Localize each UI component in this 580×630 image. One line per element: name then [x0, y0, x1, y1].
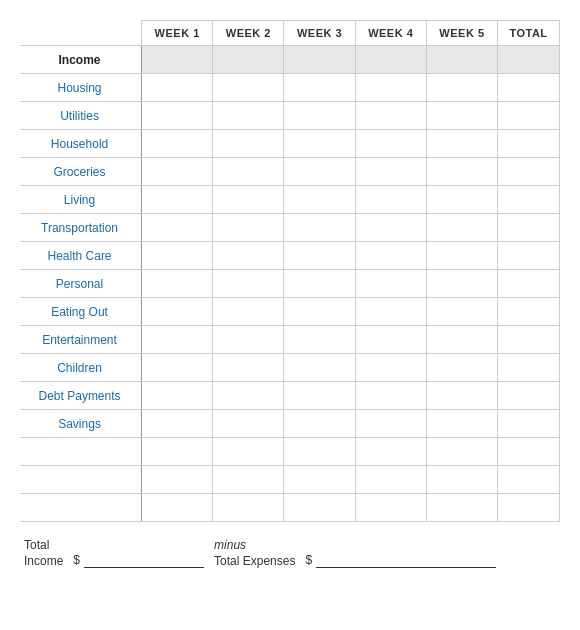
data-cell[interactable]: [142, 74, 213, 102]
data-cell[interactable]: [213, 298, 284, 326]
data-cell[interactable]: [284, 354, 355, 382]
data-cell[interactable]: [355, 438, 426, 466]
data-cell[interactable]: [213, 410, 284, 438]
data-cell[interactable]: [498, 410, 560, 438]
data-cell[interactable]: [355, 214, 426, 242]
data-cell[interactable]: [498, 382, 560, 410]
data-cell[interactable]: [284, 270, 355, 298]
data-cell[interactable]: [284, 438, 355, 466]
data-cell[interactable]: [426, 158, 497, 186]
data-cell[interactable]: [498, 158, 560, 186]
data-cell[interactable]: [426, 438, 497, 466]
data-cell[interactable]: [355, 130, 426, 158]
data-cell[interactable]: [213, 130, 284, 158]
data-cell[interactable]: [142, 494, 213, 522]
data-cell[interactable]: [498, 270, 560, 298]
data-cell[interactable]: [355, 102, 426, 130]
data-cell[interactable]: [498, 438, 560, 466]
data-cell[interactable]: [355, 186, 426, 214]
data-cell[interactable]: [142, 298, 213, 326]
data-cell[interactable]: [142, 438, 213, 466]
data-cell[interactable]: [498, 186, 560, 214]
data-cell[interactable]: [355, 326, 426, 354]
data-cell[interactable]: [355, 298, 426, 326]
data-cell[interactable]: [426, 46, 497, 74]
data-cell[interactable]: [498, 130, 560, 158]
data-cell[interactable]: [426, 270, 497, 298]
data-cell[interactable]: [426, 382, 497, 410]
data-cell[interactable]: [426, 214, 497, 242]
data-cell[interactable]: [142, 102, 213, 130]
data-cell[interactable]: [426, 354, 497, 382]
data-cell[interactable]: [498, 102, 560, 130]
data-cell[interactable]: [426, 102, 497, 130]
data-cell[interactable]: [142, 158, 213, 186]
data-cell[interactable]: [142, 270, 213, 298]
data-cell[interactable]: [426, 410, 497, 438]
data-cell[interactable]: [284, 410, 355, 438]
data-cell[interactable]: [213, 214, 284, 242]
data-cell[interactable]: [213, 438, 284, 466]
data-cell[interactable]: [213, 242, 284, 270]
data-cell[interactable]: [355, 410, 426, 438]
data-cell[interactable]: [284, 298, 355, 326]
data-cell[interactable]: [142, 186, 213, 214]
data-cell[interactable]: [142, 326, 213, 354]
data-cell[interactable]: [426, 242, 497, 270]
data-cell[interactable]: [498, 466, 560, 494]
data-cell[interactable]: [142, 214, 213, 242]
data-cell[interactable]: [498, 46, 560, 74]
data-cell[interactable]: [213, 382, 284, 410]
expenses-underline[interactable]: [316, 552, 496, 568]
data-cell[interactable]: [213, 46, 284, 74]
data-cell[interactable]: [498, 74, 560, 102]
data-cell[interactable]: [284, 242, 355, 270]
data-cell[interactable]: [355, 494, 426, 522]
data-cell[interactable]: [426, 326, 497, 354]
data-cell[interactable]: [213, 158, 284, 186]
data-cell[interactable]: [284, 74, 355, 102]
data-cell[interactable]: [284, 102, 355, 130]
data-cell[interactable]: [284, 494, 355, 522]
data-cell[interactable]: [355, 270, 426, 298]
data-cell[interactable]: [426, 466, 497, 494]
data-cell[interactable]: [355, 46, 426, 74]
data-cell[interactable]: [498, 354, 560, 382]
data-cell[interactable]: [213, 102, 284, 130]
data-cell[interactable]: [213, 186, 284, 214]
data-cell[interactable]: [498, 494, 560, 522]
data-cell[interactable]: [426, 74, 497, 102]
data-cell[interactable]: [213, 74, 284, 102]
data-cell[interactable]: [142, 242, 213, 270]
data-cell[interactable]: [284, 326, 355, 354]
data-cell[interactable]: [142, 382, 213, 410]
income-underline[interactable]: [84, 552, 204, 568]
data-cell[interactable]: [355, 242, 426, 270]
data-cell[interactable]: [284, 130, 355, 158]
data-cell[interactable]: [142, 354, 213, 382]
data-cell[interactable]: [498, 298, 560, 326]
data-cell[interactable]: [426, 298, 497, 326]
data-cell[interactable]: [213, 270, 284, 298]
data-cell[interactable]: [142, 130, 213, 158]
data-cell[interactable]: [142, 466, 213, 494]
data-cell[interactable]: [213, 466, 284, 494]
data-cell[interactable]: [426, 186, 497, 214]
data-cell[interactable]: [213, 354, 284, 382]
data-cell[interactable]: [142, 46, 213, 74]
data-cell[interactable]: [498, 242, 560, 270]
data-cell[interactable]: [355, 466, 426, 494]
data-cell[interactable]: [213, 326, 284, 354]
data-cell[interactable]: [355, 354, 426, 382]
data-cell[interactable]: [355, 74, 426, 102]
data-cell[interactable]: [426, 130, 497, 158]
data-cell[interactable]: [284, 46, 355, 74]
data-cell[interactable]: [284, 214, 355, 242]
data-cell[interactable]: [284, 382, 355, 410]
data-cell[interactable]: [426, 494, 497, 522]
data-cell[interactable]: [498, 326, 560, 354]
data-cell[interactable]: [213, 494, 284, 522]
data-cell[interactable]: [142, 410, 213, 438]
data-cell[interactable]: [355, 382, 426, 410]
data-cell[interactable]: [355, 158, 426, 186]
